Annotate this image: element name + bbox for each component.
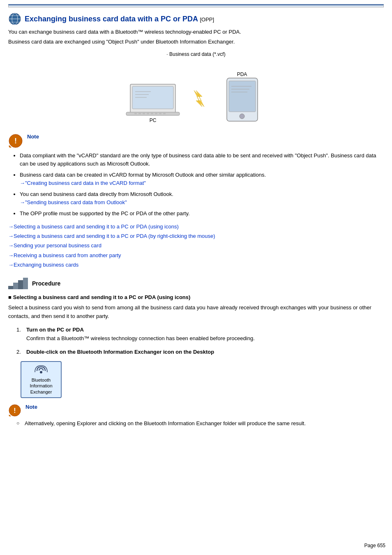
svg-rect-32 — [13, 283, 18, 289]
note-bullet-4: The OPP profile must be supported by the… — [20, 210, 384, 218]
bluetooth-icon-text: Bluetooth Information Exchanger — [30, 377, 52, 395]
nav-link-2[interactable]: →Selecting a business card and sending i… — [8, 231, 384, 241]
note-bullets-2: Alternatively, opening Explorer and clic… — [16, 419, 384, 428]
steps-list: Turn on the PC or PDA Confirm that a Blu… — [16, 326, 384, 356]
nav-link-3[interactable]: →Sending your personal business card — [8, 241, 384, 250]
svg-point-27 — [240, 114, 244, 119]
nav-links: →Selecting a business card and sending i… — [8, 222, 384, 270]
step-1-body: Confirm that a Bluetooth™ wireless techn… — [26, 335, 255, 341]
diagram-container: · Business card data (*.vcf) PC — [114, 51, 278, 125]
svg-text:PDA: PDA — [237, 71, 247, 77]
note-bullet-2-1: Alternatively, opening Explorer and clic… — [16, 419, 384, 428]
svg-text:PC: PC — [150, 117, 157, 123]
opp-label: [OPP] — [200, 16, 214, 23]
title-text: Exchanging business card data with a PC … — [25, 15, 198, 23]
page-number: Page 655 — [364, 543, 385, 548]
step-2-title: Double-click on the Bluetooth Informatio… — [26, 349, 214, 355]
note-label-1: Note — [27, 134, 39, 140]
bluetooth-icon-box: Bluetooth Information Exchanger — [21, 361, 62, 398]
note-content-1: Note — [27, 134, 39, 141]
svg-text:!: ! — [14, 137, 17, 145]
note-bullet-2: Business card data can be created in vCA… — [20, 171, 384, 187]
svg-rect-31 — [8, 286, 13, 289]
svg-rect-17 — [159, 113, 161, 114]
section1-body: Select a business card you wish to send … — [8, 304, 384, 321]
note-bullet-1: Data compliant with the "vCARD" standard… — [20, 152, 384, 168]
procedure-section: Procedure — [8, 277, 384, 290]
intro-line2: Business card data are exchanged using "… — [8, 38, 384, 46]
step-1-title: Turn on the PC or PDA — [26, 327, 84, 333]
nav-link-5[interactable]: →Exchanging business cards — [8, 260, 384, 269]
svg-rect-14 — [147, 113, 149, 114]
note-icon-2: ! — [8, 404, 21, 417]
top-bar — [8, 4, 384, 7]
main-title: Exchanging business card data with a PC … — [25, 15, 214, 23]
diagram-svg: PC PDA — [118, 60, 274, 125]
note-content-2: Note — [25, 404, 37, 412]
step-1: Turn on the PC or PDA Confirm that a Blu… — [16, 326, 384, 343]
svg-rect-16 — [155, 113, 157, 114]
svg-rect-11 — [134, 113, 137, 114]
header-section: Exchanging business card data with a PC … — [8, 12, 384, 25]
bluetooth-globe-icon — [8, 12, 21, 25]
note-section-1: ! Note — [8, 134, 384, 148]
note-label-2: Note — [25, 404, 37, 410]
note-bullet-3: You can send business card data directly… — [20, 190, 384, 206]
intro-line1: You can exchange business card data with… — [8, 28, 384, 36]
step-2: Double-click on the Bluetooth Informatio… — [16, 348, 384, 357]
svg-rect-13 — [143, 113, 145, 114]
svg-rect-12 — [138, 113, 141, 114]
svg-rect-15 — [151, 113, 153, 114]
svg-text:!: ! — [14, 407, 16, 414]
link-vcardformat[interactable]: →"Creating business card data in the vCA… — [20, 180, 146, 186]
nav-link-1[interactable]: →Selecting a business card and sending i… — [8, 222, 384, 231]
diagram-label: · Business card data (*.vcf) — [114, 51, 278, 57]
nav-link-4[interactable]: →Receiving a business card from another … — [8, 251, 384, 260]
note-section-2: ! Note — [8, 404, 384, 417]
svg-rect-34 — [23, 278, 28, 289]
svg-rect-33 — [18, 280, 23, 289]
svg-point-35 — [40, 371, 42, 373]
bluetooth-signal-icon — [33, 365, 49, 377]
svg-rect-18 — [163, 113, 166, 114]
note-bullets-1: Data compliant with the "vCARD" standard… — [20, 152, 384, 218]
link-sendingoutlook[interactable]: →"Sending business card data from Outloo… — [20, 199, 127, 205]
procedure-label: Procedure — [32, 280, 60, 287]
section1-heading: Selecting a business card and sending it… — [8, 294, 384, 300]
procedure-icon — [8, 277, 28, 290]
note-icon-1: ! — [8, 134, 23, 148]
svg-rect-23 — [229, 81, 256, 112]
